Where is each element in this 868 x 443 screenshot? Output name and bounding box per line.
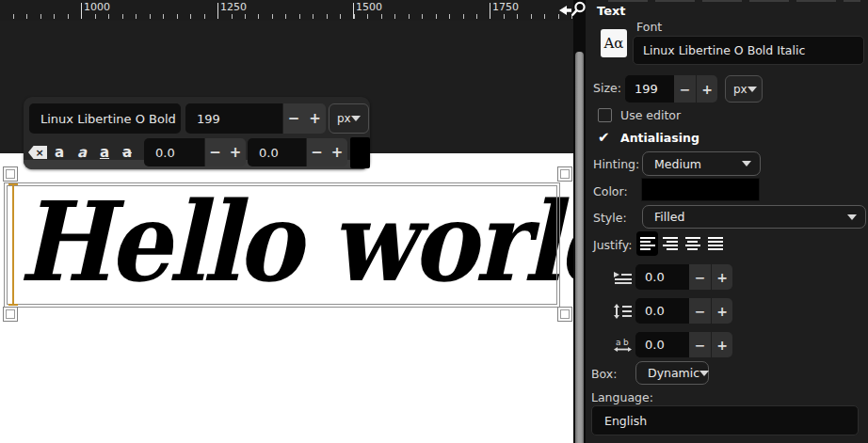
align-right-icon: [663, 237, 678, 250]
bold-icon: a: [55, 144, 64, 161]
toolbar-baseline-field[interactable]: 0.0: [144, 138, 204, 166]
chevron-down-icon: [351, 116, 361, 121]
style-dropdown[interactable]: Filled: [642, 205, 866, 229]
ruler-major-tick: 1500: [353, 3, 354, 19]
use-editor-label[interactable]: Use editor: [620, 108, 681, 122]
use-editor-checkbox[interactable]: [598, 108, 612, 122]
language-label: Language:: [591, 390, 653, 404]
size-increment-button[interactable]: +: [696, 75, 717, 103]
underline-icon: a: [100, 144, 109, 161]
toolbar-size-increment-button[interactable]: +: [304, 103, 326, 134]
ruler-label: 1500: [356, 1, 382, 13]
language-field[interactable]: English: [591, 405, 859, 435]
text-cursor: [12, 184, 14, 305]
ruler-label: 1000: [84, 1, 110, 13]
text-box-handle-top-left[interactable]: [3, 166, 18, 182]
svg-text:b: b: [623, 338, 629, 347]
line-spacing-icon: [614, 304, 633, 319]
indent-icon: [614, 270, 633, 285]
mouse-cursor-icon: [559, 6, 572, 18]
chevron-down-icon: [847, 214, 857, 220]
style-value: Filled: [654, 210, 684, 224]
backspace-clear-icon: ×: [28, 146, 47, 159]
justify-left-button[interactable]: [636, 231, 658, 256]
toolbar-size-decrement-button[interactable]: −: [282, 103, 304, 134]
size-decrement-button[interactable]: −: [674, 75, 696, 103]
ruler-label: 1250: [220, 1, 247, 13]
toolbar-size-field[interactable]: 199: [185, 103, 282, 134]
horizontal-ruler[interactable]: 1000 1250 1500 1750: [0, 0, 573, 21]
hinting-dropdown[interactable]: Medium: [642, 151, 761, 176]
text-cursor-top-serif: [8, 183, 18, 185]
font-preview-button[interactable]: Aα: [601, 29, 627, 57]
svg-text:a: a: [616, 338, 621, 347]
toolbar-baseline-decrement-button[interactable]: −: [204, 138, 225, 166]
box-label: Box:: [591, 367, 617, 381]
strikethrough-icon: a: [122, 144, 132, 161]
justify-center-button[interactable]: [682, 231, 703, 256]
hinting-value: Medium: [654, 157, 701, 171]
underline-button[interactable]: a: [94, 141, 115, 164]
toolbar-kerning-decrement-button[interactable]: −: [306, 138, 327, 166]
letter-spacing-decrement-button[interactable]: −: [689, 332, 711, 357]
size-spinner: 199 − +: [625, 75, 717, 103]
text-tool-options-panel: Text Aα Font Linux Libertine O Bold Ital…: [586, 0, 868, 443]
on-canvas-text-toolbar: Linux Libertine O Bold 199 − + px × a a …: [24, 97, 370, 169]
clear-formatting-button[interactable]: ×: [27, 141, 48, 164]
justify-right-button[interactable]: [659, 231, 681, 256]
toolbar-kerning-field[interactable]: 0.0: [248, 138, 306, 166]
toolbar-font-field[interactable]: Linux Libertine O Bold: [29, 103, 181, 134]
indent-decrement-button[interactable]: −: [689, 264, 711, 290]
justify-fill-button[interactable]: [704, 231, 726, 256]
indent-value-field[interactable]: 0.0: [635, 264, 689, 290]
letter-spacing-value-field[interactable]: 0.0: [635, 332, 689, 357]
text-box-handle-bottom-right[interactable]: [557, 307, 572, 322]
justify-label: Justify:: [593, 238, 632, 252]
toolbar-unit-value: px: [337, 112, 351, 125]
line-spacing-increment-button[interactable]: +: [711, 298, 732, 324]
hinting-label: Hinting:: [593, 157, 639, 171]
bold-button[interactable]: a: [49, 141, 70, 164]
letter-spacing-increment-button[interactable]: +: [711, 332, 732, 357]
strikethrough-button[interactable]: a: [117, 141, 137, 164]
vertical-scrollbar-track[interactable]: [573, 0, 586, 443]
size-value-field[interactable]: 199: [625, 75, 674, 103]
zoom-magnifier-icon[interactable]: [571, 1, 587, 17]
toolbar-unit-dropdown[interactable]: px: [329, 103, 369, 134]
letter-spacing-icon: a b: [614, 338, 633, 353]
chevron-down-icon: [747, 87, 757, 92]
antialiasing-label[interactable]: Antialiasing: [620, 131, 699, 145]
ruler-major-tick: 1750: [490, 3, 490, 19]
line-spacing-spinner: 0.0 − +: [635, 298, 732, 324]
ruler-major-tick: 1250: [217, 3, 218, 19]
font-label: Font: [636, 20, 662, 34]
canvas-corner-icons: [559, 1, 586, 18]
size-unit-dropdown[interactable]: px: [725, 75, 763, 103]
text-box-handle-top-right[interactable]: [557, 166, 572, 182]
toolbar-kerning-increment-button[interactable]: +: [327, 138, 347, 166]
letter-spacing-spinner: 0.0 − +: [635, 332, 732, 357]
gimp-text-tool-window: 1000 1250 1500 1750 Hello world Linux Li…: [0, 0, 868, 443]
line-spacing-value-field[interactable]: 0.0: [635, 298, 689, 324]
text-box-handle-bottom-left[interactable]: [3, 307, 18, 322]
box-dropdown[interactable]: Dynamic: [635, 361, 709, 385]
size-unit-value: px: [733, 83, 747, 96]
italic-button[interactable]: a: [72, 141, 92, 164]
toolbar-text-color-swatch[interactable]: [350, 137, 370, 168]
antialiasing-checkbox[interactable]: [598, 131, 612, 145]
font-name-field[interactable]: Linux Libertine O Bold Italic: [633, 36, 864, 65]
vertical-scrollbar-thumb[interactable]: [575, 52, 584, 443]
size-label: Size:: [593, 81, 621, 95]
ruler-label: 1750: [492, 1, 519, 13]
ruler-major-tick: 1000: [81, 3, 82, 19]
text-color-swatch[interactable]: [642, 179, 759, 200]
line-spacing-decrement-button[interactable]: −: [689, 298, 711, 324]
chevron-down-icon: [742, 161, 751, 166]
color-label: Color:: [593, 184, 628, 198]
align-fill-icon: [708, 237, 723, 250]
chevron-down-icon: [699, 371, 709, 376]
toolbar-baseline-increment-button[interactable]: +: [225, 138, 246, 166]
align-center-icon: [685, 237, 700, 250]
indent-increment-button[interactable]: +: [711, 264, 732, 290]
align-left-icon: [640, 237, 655, 250]
